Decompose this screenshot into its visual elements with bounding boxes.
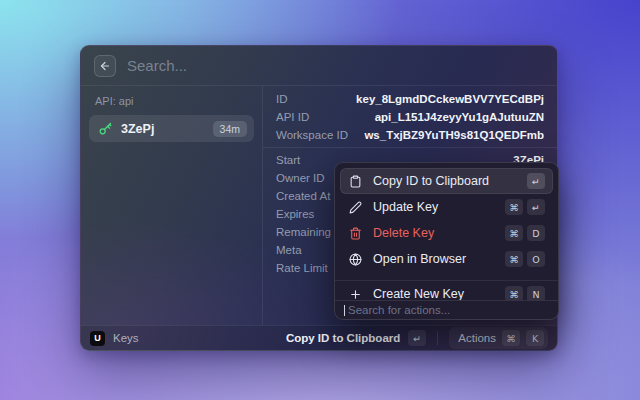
- shortcut-keys: ↵: [527, 173, 545, 189]
- detail-label: Workspace ID: [276, 129, 348, 141]
- command-keycap: ⌘: [505, 251, 523, 267]
- shortcut-keys: ⌘ N: [505, 286, 545, 300]
- detail-label: API ID: [276, 111, 309, 123]
- detail-value: ws_TxjBZ9YuTH9s81Q1QEDFmb: [364, 129, 544, 141]
- primary-action-label[interactable]: Copy ID to Clipboard: [286, 332, 400, 344]
- detail-value: api_L151J4zeyyYu1gAJutuuZN: [375, 111, 544, 123]
- detail-value: key_8LgmdDCckewBVV7YECdBPj: [356, 93, 544, 105]
- search-input[interactable]: [127, 57, 544, 74]
- letter-keycap: O: [527, 251, 545, 267]
- plus-icon: [348, 288, 363, 301]
- command-keycap: ⌘: [502, 330, 520, 346]
- key-icon: [98, 121, 113, 136]
- menu-item-create-new-key[interactable]: Create New Key ⌘ N: [340, 281, 553, 300]
- arrow-left-icon: [99, 60, 111, 72]
- menu-item-label: Create New Key: [373, 287, 464, 300]
- menu-item-open-in-browser[interactable]: Open in Browser ⌘ O: [340, 246, 553, 272]
- menu-item-label: Copy ID to Clipboard: [373, 174, 489, 188]
- pencil-icon: [348, 201, 363, 214]
- menu-item-delete-key[interactable]: Delete Key ⌘ D: [340, 220, 553, 246]
- detail-label: ID: [276, 93, 288, 105]
- actions-search-bar: [335, 300, 558, 319]
- letter-keycap: K: [526, 330, 544, 346]
- letter-keycap: D: [527, 225, 545, 241]
- detail-row: API ID api_L151J4zeyyYu1gAJutuuZN: [276, 108, 544, 126]
- detail-row: Workspace ID ws_TxjBZ9YuTH9s81Q1QEDFmb: [276, 126, 544, 144]
- back-button[interactable]: [94, 55, 116, 77]
- shortcut-keys: ⌘ O: [505, 251, 545, 267]
- results-sidebar: API: api 3ZePj 34m: [81, 86, 263, 325]
- status-bar: U Keys Copy ID to Clipboard ↵ Actions ⌘ …: [81, 325, 557, 350]
- menu-item-label: Open in Browser: [373, 252, 466, 266]
- menu-item-label: Delete Key: [373, 226, 434, 240]
- globe-icon: [348, 253, 363, 266]
- unkey-logo: U: [90, 331, 105, 346]
- trash-icon: [348, 227, 363, 240]
- command-keycap: ⌘: [505, 286, 523, 300]
- status-divider: [437, 331, 438, 345]
- detail-label: Rate Limit: [276, 262, 328, 274]
- menu-item-label: Update Key: [373, 200, 438, 214]
- clipboard-icon: [348, 175, 363, 188]
- result-item-key[interactable]: 3ZePj 34m: [89, 115, 254, 142]
- result-item-label: 3ZePj: [121, 122, 154, 136]
- detail-label: Meta: [276, 244, 302, 256]
- shortcut-keys: ⌘ D: [505, 225, 545, 241]
- enter-keycap: ↵: [408, 330, 426, 346]
- enter-keycap: ↵: [527, 199, 545, 215]
- enter-keycap: ↵: [527, 173, 545, 189]
- detail-label: Created At: [276, 190, 330, 202]
- details-divider: [263, 147, 557, 148]
- actions-button[interactable]: Actions ⌘ K: [449, 327, 548, 349]
- actions-search-input[interactable]: [346, 304, 549, 316]
- detail-label: Expires: [276, 208, 314, 220]
- context-label: Keys: [113, 332, 139, 344]
- section-label: API: api: [95, 95, 248, 107]
- menu-item-copy-id[interactable]: Copy ID to Clipboard ↵: [340, 168, 553, 194]
- detail-row: ID key_8LgmdDCckewBVV7YECdBPj: [276, 90, 544, 108]
- detail-label: Start: [276, 154, 300, 166]
- detail-label: Remaining: [276, 226, 331, 238]
- letter-keycap: N: [527, 286, 545, 300]
- actions-menu: Copy ID to Clipboard ↵ Update Key ⌘ ↵: [334, 162, 559, 320]
- actions-button-label: Actions: [458, 332, 496, 344]
- shortcut-keys: ⌘ ↵: [505, 199, 545, 215]
- command-keycap: ⌘: [505, 199, 523, 215]
- menu-item-update-key[interactable]: Update Key ⌘ ↵: [340, 194, 553, 220]
- command-palette: API: api 3ZePj 34m ID key_8LgmdDCckewBVV…: [80, 45, 558, 351]
- detail-label: Owner ID: [276, 172, 325, 184]
- actions-menu-list: Copy ID to Clipboard ↵ Update Key ⌘ ↵: [335, 163, 558, 300]
- palette-header: [81, 46, 557, 86]
- result-item-badge: 34m: [213, 121, 247, 137]
- command-keycap: ⌘: [505, 225, 523, 241]
- text-cursor: [344, 305, 345, 316]
